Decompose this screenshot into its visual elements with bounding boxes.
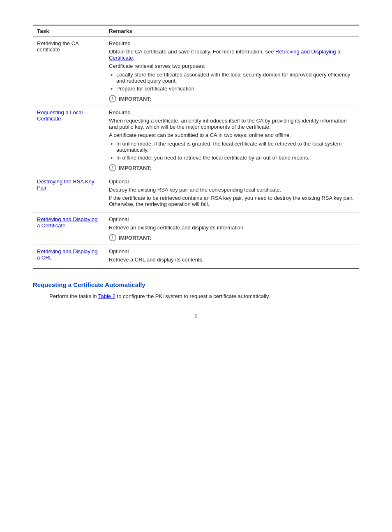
remarks-label-4: Optional bbox=[109, 248, 355, 254]
remarks-para-0-0: Obtain the CA certificate and save it lo… bbox=[109, 49, 355, 61]
remarks-label-3: Optional bbox=[109, 216, 355, 222]
bullet-item-0-0: Locally store the certificates associate… bbox=[109, 72, 355, 84]
important-text-0: IMPORTANT: bbox=[119, 96, 151, 102]
remarks-para-0-1: Certificate retrieval serves two purpose… bbox=[109, 63, 355, 69]
section-body-after: to configure the PKI system to request a… bbox=[115, 293, 270, 299]
table-row-remarks-4: OptionalRetrieve a CRL and display its c… bbox=[105, 245, 359, 269]
important-icon-3: ! bbox=[109, 234, 116, 241]
col-header-task: Task bbox=[33, 25, 105, 37]
important-box-3: !IMPORTANT: bbox=[109, 234, 355, 241]
section-body: Perform the tasks in Table 2 to configur… bbox=[33, 292, 359, 301]
remarks-label-1: Required bbox=[109, 109, 355, 116]
table-row-task-3: Retrieving and Displaying a Certificate bbox=[33, 213, 105, 245]
remarks-para-3-0: Retrieve an existing certificate and dis… bbox=[109, 224, 355, 231]
remarks-para-4-0: Retrieve a CRL and display its contents. bbox=[109, 257, 355, 263]
remarks-label-2: Optional bbox=[109, 178, 355, 185]
remarks-para-2-1: If the certificate to be retrieved conta… bbox=[109, 195, 355, 207]
section-heading: Requesting a Certificate Automatically bbox=[33, 281, 359, 288]
remarks-link-0[interactable]: Retrieving and Displaying a Certificate bbox=[109, 49, 340, 61]
table-row-remarks-2: OptionalDestroy the existing RSA key pai… bbox=[105, 175, 359, 213]
table-row-task-2: Destroying the RSA Key Pair bbox=[33, 175, 105, 213]
bullet-item-0-1: Prepare for certificate verification. bbox=[109, 86, 355, 92]
table-row-task-0: Retrieving the CA certificate bbox=[33, 37, 105, 106]
important-box-1: !IMPORTANT: bbox=[109, 164, 355, 171]
remarks-para-1-0: When requesting a certificate, an entity… bbox=[109, 118, 355, 130]
important-icon-1: ! bbox=[109, 164, 116, 171]
bullet-item-1-0: In online mode, if the request is grante… bbox=[109, 141, 355, 153]
table-row-remarks-3: OptionalRetrieve an existing certificate… bbox=[105, 213, 359, 245]
main-table: Task Remarks Retrieving the CA certifica… bbox=[33, 25, 359, 269]
table2-link[interactable]: Table 2 bbox=[98, 293, 115, 299]
table-row-remarks-1: RequiredWhen requesting a certificate, a… bbox=[105, 106, 359, 175]
important-text-3: IMPORTANT: bbox=[119, 235, 151, 241]
section-body-text: Perform the tasks in bbox=[49, 293, 98, 299]
task-link-2[interactable]: Destroying the RSA Key Pair bbox=[37, 178, 94, 191]
page-number: 5 bbox=[33, 313, 359, 319]
task-link-4[interactable]: Retrieving and Displaying a CRL bbox=[37, 248, 97, 261]
task-link-3[interactable]: Retrieving and Displaying a Certificate bbox=[37, 216, 97, 229]
table-row-task-1: Requesting a Local Certificate bbox=[33, 106, 105, 175]
remarks-label-0: Required bbox=[109, 40, 355, 46]
remarks-bullets-1: In online mode, if the request is grante… bbox=[109, 141, 355, 161]
important-icon-0: ! bbox=[109, 95, 116, 102]
remarks-para-2-0: Destroy the existing RSA key pair and th… bbox=[109, 187, 355, 193]
task-link-1[interactable]: Requesting a Local Certificate bbox=[37, 109, 83, 122]
important-box-0: !IMPORTANT: bbox=[109, 95, 355, 102]
remarks-bullets-0: Locally store the certificates associate… bbox=[109, 72, 355, 92]
table-row-task-4: Retrieving and Displaying a CRL bbox=[33, 245, 105, 269]
page-container: Task Remarks Retrieving the CA certifica… bbox=[0, 0, 392, 344]
important-text-1: IMPORTANT: bbox=[119, 165, 151, 171]
col-header-remarks: Remarks bbox=[105, 25, 359, 37]
remarks-para-1-1: A certificate request can be submitted t… bbox=[109, 132, 355, 138]
bullet-item-1-1: In offline mode, you need to retrieve th… bbox=[109, 155, 355, 161]
table-row-remarks-0: RequiredObtain the CA certificate and sa… bbox=[105, 37, 359, 106]
